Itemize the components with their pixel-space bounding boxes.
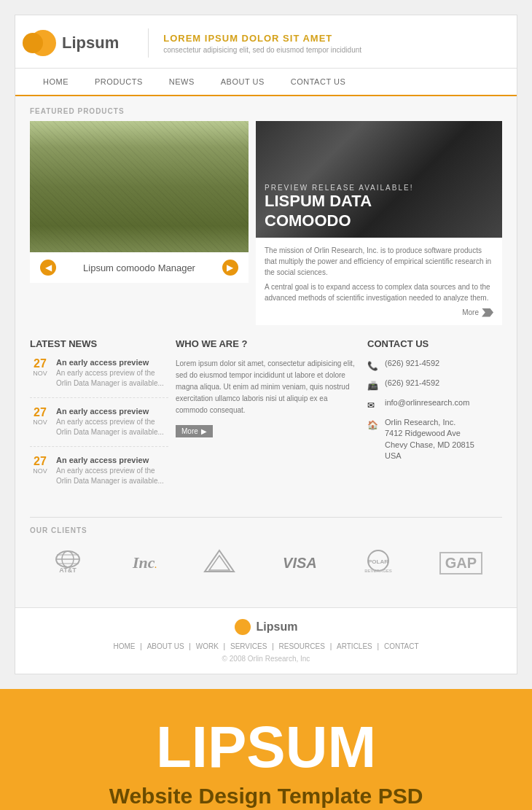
who-more-arrow: ▶: [201, 427, 207, 435]
contact-address: Orlin Research, Inc. 7412 Ridgewood Ave …: [385, 417, 474, 462]
address-line3: Chevy Chase, MD 20815: [385, 440, 474, 451]
news-item-3: 27 NOV An early access preview An early …: [30, 456, 168, 495]
col-news: LATEST NEWS 27 NOV An early access previ…: [30, 338, 168, 504]
nav-item-products[interactable]: PRODUCTS: [82, 69, 156, 95]
contact-email-item: info@orlinresearch.com: [367, 397, 502, 410]
col-who: WHO WE ARE ? Lorem ipsum dolor sit amet,…: [176, 338, 360, 504]
news-month-2: NOV: [30, 418, 50, 426]
footer-logo-icon: [235, 619, 251, 635]
clients-label: OUR CLIENTS: [30, 526, 502, 534]
nav-item-contact[interactable]: CONTACT US: [278, 69, 359, 95]
footer-link-services[interactable]: SERVICES: [230, 642, 267, 650]
svg-text:BEVERAGES: BEVERAGES: [364, 569, 392, 573]
caption-text: Lipsum comoodo Manager: [83, 262, 195, 273]
logo-area: Lipsum: [30, 30, 119, 56]
news-item-1: 27 NOV An early access preview An early …: [30, 358, 168, 398]
address-line4: USA: [385, 451, 474, 462]
news-excerpt-3: An early access preview of the Orlin Dat…: [56, 466, 168, 486]
footer-link-home[interactable]: HOME: [113, 642, 135, 650]
news-headline-1: An early access preview: [56, 358, 168, 367]
more-label: More: [462, 307, 479, 318]
three-col: LATEST NEWS 27 NOV An early access previ…: [30, 338, 502, 504]
active-svg: [203, 548, 236, 574]
header-tagline: LOREM IPSUM DOLOR SIT AMET consectetur a…: [163, 33, 361, 54]
client-active: [203, 548, 236, 577]
client-gap: GAP: [439, 552, 482, 575]
contact-email: info@orlinresearch.com: [385, 397, 469, 408]
polar-svg: POLAR BEVERAGES: [364, 548, 393, 577]
inc-text: Inc: [133, 553, 155, 572]
address-line1: Orlin Research, Inc.: [385, 417, 474, 428]
overlay-text: PREVIEW RELEASE AVAILABLE! LISPUM DATACO…: [265, 184, 413, 230]
news-content-1: An early access preview An early access …: [56, 358, 168, 389]
featured-label: FEATURED PRODUCTS: [30, 107, 502, 115]
nav-item-news[interactable]: NEWS: [156, 69, 208, 95]
client-visa: VISA: [283, 555, 317, 572]
next-button[interactable]: ▶: [222, 260, 238, 276]
email-icon: [367, 398, 379, 410]
featured-plant-image: [30, 121, 249, 252]
site-nav: HOME PRODUCTS NEWS ABOUT US CONTACT US: [15, 69, 517, 96]
footer-nav: HOME | ABOUT US | WORK | SERVICES | RESO…: [30, 642, 502, 650]
featured-products: ◀ Lipsum comoodo Manager ▶ PREVIEW RELEA…: [30, 121, 502, 325]
contact-fax-item: (626) 921-4592: [367, 378, 502, 390]
contact-address-item: Orlin Research, Inc. 7412 Ridgewood Ave …: [367, 417, 502, 462]
who-text: Lorem ipsum dolor sit amet, consectetur …: [176, 358, 360, 416]
featured-bw-image: PREVIEW RELEASE AVAILABLE! LISPUM DATACO…: [256, 121, 502, 238]
news-content-3: An early access preview An early access …: [56, 456, 168, 486]
contact-fax: (626) 921-4592: [385, 378, 439, 389]
footer-copyright: © 2008 Orlin Research, Inc: [30, 655, 502, 663]
who-more-button[interactable]: More ▶: [176, 425, 213, 437]
site-header: Lipsum LOREM IPSUM DOLOR SIT AMET consec…: [15, 15, 517, 69]
footer-link-articles[interactable]: ARTICLES: [337, 642, 372, 650]
featured-desc1: The mission of Orlin Research, Inc. is t…: [265, 245, 493, 278]
svg-marker-6: [205, 550, 234, 572]
logo-icon: [30, 30, 56, 56]
featured-right: PREVIEW RELEASE AVAILABLE! LISPUM DATACO…: [256, 121, 502, 325]
news-date-3: 27 NOV: [30, 456, 50, 486]
col-contact: Contact Us (626) 921-4592 (626) 921-4592…: [367, 338, 502, 504]
phone-icon: [367, 359, 379, 370]
contact-title: Contact Us: [367, 338, 502, 349]
who-more-label: More: [181, 427, 198, 435]
logo-text: Lipsum: [62, 34, 119, 52]
news-excerpt-2: An early access preview of the Orlin Dat…: [56, 417, 168, 437]
news-title: LATEST NEWS: [30, 338, 168, 349]
news-day-3: 27: [30, 456, 50, 467]
more-link[interactable]: More: [265, 307, 493, 318]
tagline-title: LOREM IPSUM DOLOR SIT AMET: [163, 33, 361, 44]
fax-icon: [367, 378, 379, 390]
footer-link-contact[interactable]: CONTACT: [384, 642, 419, 650]
visa-text: VISA: [283, 555, 317, 571]
featured-desc2: A central goal is to expand access to co…: [265, 281, 493, 303]
client-att: AT&T: [50, 549, 86, 577]
nav-item-about[interactable]: ABOUT US: [208, 69, 278, 95]
inc-dot: .: [154, 561, 157, 569]
news-headline-3: An early access preview: [56, 456, 168, 464]
news-date-2: 27 NOV: [30, 407, 50, 437]
nav-item-home[interactable]: HOME: [30, 69, 82, 95]
page-wrapper: Lipsum LOREM IPSUM DOLOR SIT AMET consec…: [0, 15, 532, 810]
address-line2: 7412 Ridgewood Ave: [385, 428, 474, 439]
more-anchor[interactable]: More: [462, 307, 493, 318]
client-polar: POLAR BEVERAGES: [364, 548, 393, 578]
clients-logos: AT&T Inc. VISA: [30, 540, 502, 585]
footer-link-about[interactable]: ABOUT US: [147, 642, 184, 650]
news-month-3: NOV: [30, 467, 50, 475]
footer-link-work[interactable]: WORK: [196, 642, 219, 650]
clients-section: OUR CLIENTS AT&T Inc.: [30, 517, 502, 585]
banner-title: LIPSUM: [22, 718, 510, 776]
news-month-1: NOV: [30, 370, 50, 377]
footer-logo-text: Lipsum: [257, 620, 298, 634]
svg-text:AT&T: AT&T: [59, 566, 77, 574]
prev-button[interactable]: ◀: [40, 260, 56, 276]
tagline-sub: consectetur adipisicing elit, sed do eiu…: [163, 46, 361, 54]
svg-marker-7: [209, 556, 230, 570]
header-divider: [148, 28, 149, 58]
footer-link-resources[interactable]: RESOURCES: [279, 642, 325, 650]
banner-subtitle: Website Design Template PSD: [22, 784, 510, 809]
preview-label: PREVIEW RELEASE AVAILABLE!: [265, 184, 413, 192]
news-content-2: An early access preview An early access …: [56, 407, 168, 437]
att-svg: AT&T: [50, 549, 86, 575]
more-arrow-icon: [482, 308, 493, 317]
